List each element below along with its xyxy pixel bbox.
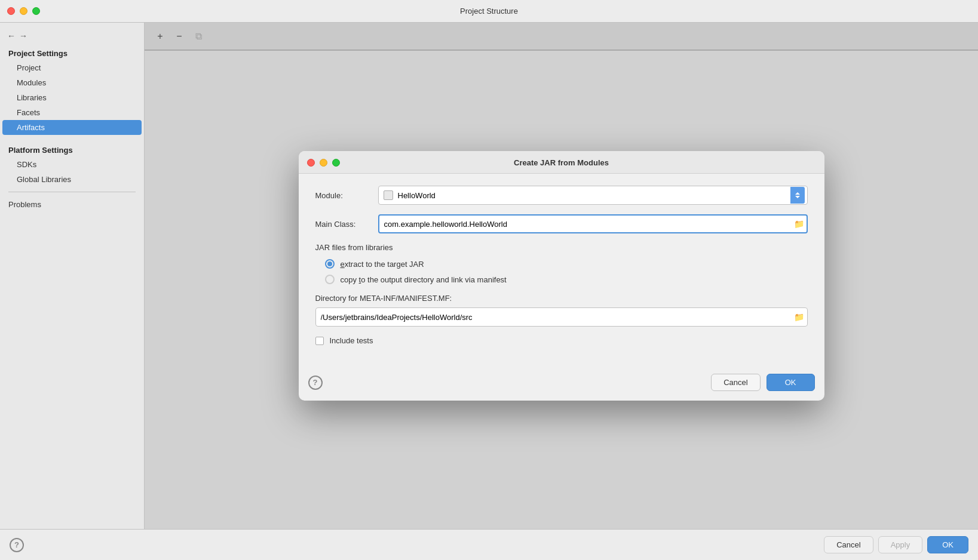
radio-group: extract to the target JAR copy to the ou… <box>325 259 808 284</box>
sidebar-divider <box>8 192 136 192</box>
right-panel: + − ⧉ Create JAR from Modules <box>145 23 978 529</box>
directory-input[interactable] <box>315 307 808 327</box>
module-control: HelloWorld <box>378 186 808 205</box>
sidebar: ← → Project Settings Project Modules Lib… <box>0 23 145 529</box>
bottom-help: ? <box>10 538 24 552</box>
modal-help: ? <box>308 376 323 390</box>
sidebar-item-problems[interactable]: Problems <box>0 197 144 212</box>
module-icon <box>384 190 393 200</box>
include-tests-checkbox[interactable] <box>315 337 324 345</box>
radio-extract-row: extract to the target JAR <box>325 259 808 269</box>
svg-marker-0 <box>795 192 800 195</box>
main-content: ← → Project Settings Project Modules Lib… <box>0 23 978 529</box>
sidebar-nav: ← → <box>0 27 144 44</box>
forward-button[interactable]: → <box>19 31 27 41</box>
project-settings-header: Project Settings <box>0 44 144 60</box>
directory-label: Directory for META-INF/MANIFEST.MF: <box>315 294 808 303</box>
bottom-bar: ? Cancel Apply OK <box>0 529 978 560</box>
modal-footer: ? Cancel OK <box>299 369 824 401</box>
cancel-button[interactable]: Cancel <box>824 536 873 553</box>
maximize-traffic-light[interactable] <box>32 7 40 15</box>
radio-copy-label: copy to the output directory and link vi… <box>341 275 507 284</box>
main-class-input[interactable] <box>378 214 808 233</box>
help-button[interactable]: ? <box>10 538 24 552</box>
main-class-control: 📁 <box>378 214 808 233</box>
sidebar-item-artifacts[interactable]: Artifacts <box>2 120 142 135</box>
modal-body: Module: HelloWorld <box>299 174 824 369</box>
modal-overlay: Create JAR from Modules Module: HelloWor… <box>145 23 978 529</box>
radio-copy[interactable] <box>325 275 335 284</box>
modal-ok-button[interactable]: OK <box>767 374 815 391</box>
sidebar-item-modules[interactable]: Modules <box>0 75 144 90</box>
modal-title-bar: Create JAR from Modules <box>299 151 824 174</box>
spinner-arrows-icon <box>795 192 801 199</box>
svg-marker-1 <box>795 196 800 198</box>
module-select-arrow[interactable] <box>790 187 805 204</box>
main-class-browse-button[interactable]: 📁 <box>794 219 804 229</box>
modal-close-button[interactable] <box>307 159 315 167</box>
ok-button[interactable]: OK <box>927 536 968 553</box>
module-value: HelloWorld <box>398 191 436 200</box>
create-jar-dialog: Create JAR from Modules Module: HelloWor… <box>299 151 824 401</box>
minimize-traffic-light[interactable] <box>20 7 27 15</box>
platform-settings-header: Platform Settings <box>0 141 144 157</box>
sidebar-item-sdks[interactable]: SDKs <box>0 157 144 172</box>
radio-copy-row: copy to the output directory and link vi… <box>325 275 808 284</box>
modal-traffic-lights <box>307 159 340 167</box>
modal-minimize-button[interactable] <box>320 159 327 167</box>
sidebar-item-project[interactable]: Project <box>0 60 144 75</box>
folder-browse-icon: 📁 <box>794 312 804 322</box>
module-select[interactable]: HelloWorld <box>378 186 808 205</box>
title-bar: Project Structure <box>0 0 978 23</box>
modal-maximize-button[interactable] <box>332 159 340 167</box>
sidebar-item-global-libraries[interactable]: Global Libraries <box>0 172 144 187</box>
window-title: Project Structure <box>460 7 518 16</box>
back-button[interactable]: ← <box>7 31 16 41</box>
modal-title: Create JAR from Modules <box>514 158 609 167</box>
module-label: Module: <box>315 191 378 200</box>
include-tests-row: Include tests <box>315 336 808 345</box>
sidebar-item-facets[interactable]: Facets <box>0 105 144 120</box>
main-class-row: Main Class: 📁 <box>315 214 808 233</box>
jar-files-label: JAR files from libraries <box>315 243 808 252</box>
module-row: Module: HelloWorld <box>315 186 808 205</box>
modal-help-button[interactable]: ? <box>308 376 323 390</box>
folder-icon: 📁 <box>794 219 804 229</box>
directory-browse-button[interactable]: 📁 <box>794 312 804 322</box>
main-class-label: Main Class: <box>315 220 378 229</box>
apply-button[interactable]: Apply <box>878 536 923 553</box>
include-tests-label: Include tests <box>330 336 373 345</box>
sidebar-item-libraries[interactable]: Libraries <box>0 90 144 105</box>
modal-cancel-button[interactable]: Cancel <box>711 374 760 391</box>
close-traffic-light[interactable] <box>7 7 15 15</box>
radio-extract[interactable] <box>325 259 335 269</box>
traffic-lights <box>7 7 40 15</box>
directory-input-wrapper: 📁 <box>315 307 808 327</box>
radio-extract-label: extract to the target JAR <box>341 260 424 269</box>
